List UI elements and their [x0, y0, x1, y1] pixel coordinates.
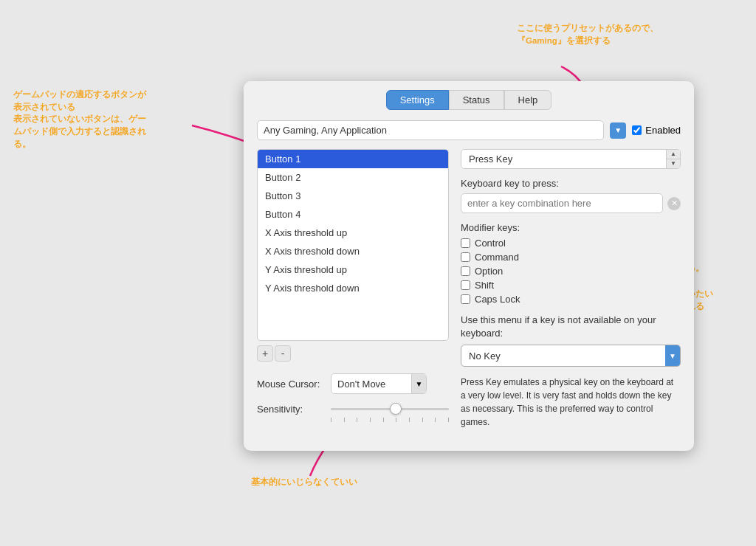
tick-4 — [370, 418, 371, 422]
keyboard-key-label: Keyboard key to press: — [461, 178, 681, 189]
remove-button[interactable]: - — [275, 345, 291, 362]
main-dialog: Settings Status Help Any Gaming, Any App… — [244, 81, 694, 451]
checkbox-option-input[interactable] — [461, 266, 470, 276]
checkbox-capslock-label: Caps Lock — [475, 294, 520, 305]
mouse-cursor-dropdown[interactable]: Don't Move ▼ — [331, 373, 427, 394]
mouse-cursor-value: Don't Move — [331, 376, 411, 393]
no-key-value: No Key — [461, 347, 665, 365]
action-dropdown[interactable]: Press Key ▲ ▼ — [461, 149, 681, 169]
list-item-y-axis-up[interactable]: Y Axis threshold up — [258, 260, 448, 279]
enabled-row: Enabled — [632, 125, 681, 136]
action-dropdown-arrows[interactable]: ▲ ▼ — [666, 150, 680, 168]
slider-thumb[interactable] — [390, 403, 402, 415]
checkbox-capslock-input[interactable] — [461, 294, 470, 304]
profile-dropdown[interactable]: Any Gaming, Any Application — [257, 120, 604, 140]
checkbox-capslock: Caps Lock — [461, 294, 681, 305]
tick-1 — [331, 418, 331, 422]
slider-ticks — [331, 418, 449, 422]
checkbox-command-input[interactable] — [461, 252, 470, 262]
list-item-x-axis-down[interactable]: X Axis threshold down — [258, 242, 448, 260]
checkbox-option-label: Option — [475, 266, 503, 277]
list-item-button4[interactable]: Button 4 — [258, 205, 448, 224]
action-arrow-down[interactable]: ▼ — [667, 159, 680, 168]
key-input[interactable] — [461, 193, 663, 213]
tick-9 — [435, 418, 436, 422]
checkbox-shift-label: Shift — [475, 280, 494, 291]
list-item-x-axis-up[interactable]: X Axis threshold up — [258, 224, 448, 242]
tab-bar: Settings Status Help — [244, 81, 694, 110]
key-input-row: ✕ — [461, 193, 681, 213]
list-controls: + - — [257, 345, 449, 362]
description-text: Press Key emulates a physical key on the… — [461, 376, 681, 429]
tick-2 — [344, 418, 345, 422]
no-key-arrow[interactable]: ▼ — [665, 345, 680, 366]
checkbox-command-label: Command — [475, 252, 519, 263]
slider-track — [331, 408, 449, 410]
list-item-button2[interactable]: Button 2 — [258, 168, 448, 187]
list-item-button1[interactable]: Button 1 — [258, 150, 448, 168]
tick-6 — [396, 418, 396, 422]
list-item-button3[interactable]: Button 3 — [258, 187, 448, 205]
mouse-cursor-row: Mouse Cursor: Don't Move ▼ — [257, 373, 449, 394]
key-clear-button[interactable]: ✕ — [667, 197, 681, 210]
right-panel: Press Key ▲ ▼ Keyboard key to press: ✕ M… — [461, 149, 681, 429]
profile-dropdown-arrow[interactable]: ▼ — [610, 122, 626, 139]
annotation-top-left: ゲームパッドの適応するボタンが表示されている 表示されていないボタンは、ゲームパ… — [13, 89, 154, 150]
modifier-keys-label: Modifier keys: — [461, 222, 681, 233]
checkbox-control-label: Control — [475, 238, 506, 249]
mouse-cursor-label: Mouse Cursor: — [257, 379, 323, 390]
checkbox-command: Command — [461, 252, 681, 263]
add-button[interactable]: + — [257, 345, 273, 362]
tab-status[interactable]: Status — [449, 90, 504, 110]
tick-8 — [422, 418, 423, 422]
dialog-content: Any Gaming, Any Application ▼ Enabled Bu… — [244, 110, 694, 436]
action-dropdown-value: Press Key — [461, 150, 666, 168]
checkbox-shift: Shift — [461, 280, 681, 291]
button-list-container: Button 1 Button 2 Button 3 Button 4 X Ax… — [257, 149, 449, 429]
enabled-label: Enabled — [645, 125, 681, 136]
tick-7 — [409, 418, 410, 422]
main-columns: Button 1 Button 2 Button 3 Button 4 X Ax… — [257, 149, 681, 429]
use-menu-section: Use this menu if a key is not available … — [461, 314, 681, 367]
tab-help[interactable]: Help — [504, 90, 552, 110]
annotation-bottom: 基本的にいじらなくていい — [251, 476, 357, 488]
enabled-checkbox[interactable] — [632, 125, 642, 135]
profile-row: Any Gaming, Any Application ▼ Enabled — [257, 120, 681, 140]
checkbox-shift-input[interactable] — [461, 280, 470, 290]
tick-3 — [357, 418, 357, 422]
tick-10 — [448, 418, 449, 422]
checkbox-control: Control — [461, 238, 681, 249]
list-item-y-axis-down[interactable]: Y Axis threshold down — [258, 279, 448, 297]
annotation-top-right: ここに使うプリセットがあるので、 『Gaming』を選択する — [517, 22, 659, 46]
tick-5 — [383, 418, 384, 422]
tab-settings[interactable]: Settings — [386, 90, 449, 110]
modifier-keys-section: Modifier keys: Control Command Option — [461, 222, 681, 305]
checkbox-control-input[interactable] — [461, 238, 470, 248]
checkbox-option: Option — [461, 266, 681, 277]
mouse-cursor-arrow[interactable]: ▼ — [411, 374, 426, 393]
button-list: Button 1 Button 2 Button 3 Button 4 X Ax… — [257, 149, 449, 341]
no-key-dropdown[interactable]: No Key ▼ — [461, 345, 681, 367]
sensitivity-row: Sensitivity: — [257, 401, 449, 416]
sensitivity-label: Sensitivity: — [257, 404, 323, 415]
action-arrow-up[interactable]: ▲ — [667, 150, 680, 159]
use-menu-label: Use this menu if a key is not available … — [461, 314, 681, 340]
sensitivity-slider[interactable] — [331, 401, 449, 416]
